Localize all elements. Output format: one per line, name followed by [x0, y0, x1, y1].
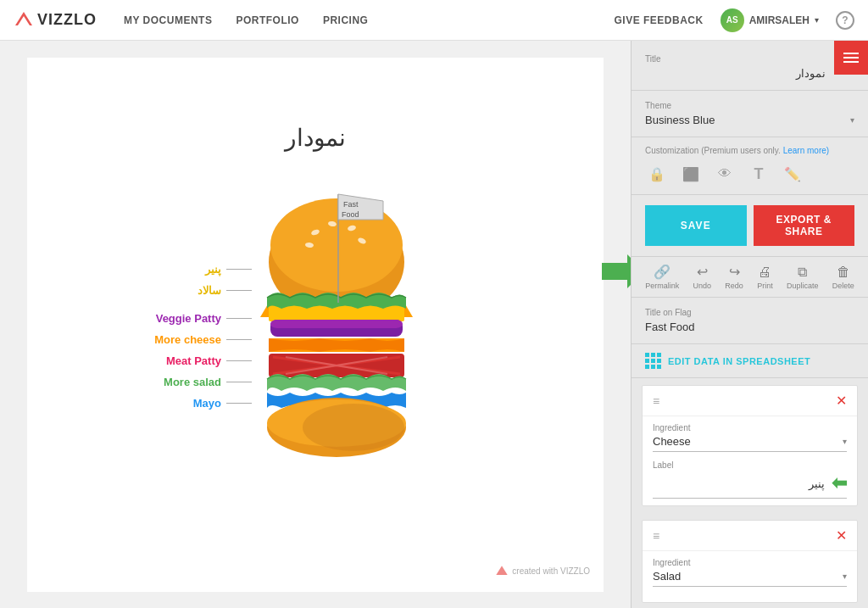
title-section: Title نمودار — [632, 44, 868, 91]
chart-title: نمودار — [285, 124, 346, 152]
grid-dot-3 — [657, 353, 661, 357]
grid-dot-2 — [651, 353, 655, 357]
image-icon[interactable]: ⬛ — [679, 162, 703, 186]
brand-name: VIZZLO — [37, 11, 97, 29]
label-text-more-cheese: More cheese — [154, 333, 221, 346]
svg-marker-24 — [602, 254, 631, 288]
grid-dot-9 — [657, 365, 661, 369]
watermark: created with VIZZLO — [495, 565, 590, 578]
navbar: VIZZLO MY DOCUMENTS PORTFOLIO PRICING GI… — [0, 0, 868, 41]
drag-handle-2[interactable]: ≡ — [653, 529, 659, 543]
eye-icon[interactable]: 👁 — [713, 162, 737, 186]
hamburger-icon — [843, 53, 859, 63]
watermark-icon — [495, 565, 509, 578]
pen-icon[interactable]: ✏️ — [781, 162, 804, 186]
user-menu[interactable]: AS AMIRSALEH ▾ — [721, 8, 819, 32]
ingredient-value-2: Salad — [653, 570, 681, 583]
chart-container: پنیر سالاد Veggie Patty More cheese — [70, 169, 561, 525]
nav-my-documents[interactable]: MY DOCUMENTS — [124, 14, 212, 26]
nav-portfolio[interactable]: PORTFOLIO — [236, 14, 299, 26]
permalink-icon: 🔗 — [654, 264, 670, 280]
drag-handle-1[interactable]: ≡ — [653, 394, 659, 408]
svg-marker-23 — [497, 566, 508, 575]
label-text-meat-patty: Meat Patty — [166, 354, 221, 367]
ingredient-field-1[interactable]: Cheese ▾ — [653, 435, 847, 452]
redo-icon: ↪ — [729, 264, 740, 280]
svg-point-18 — [303, 404, 404, 451]
toolbar-print[interactable]: 🖨 Print — [757, 265, 773, 290]
hamburger-line-3 — [843, 61, 859, 63]
vizzlo-logo-icon — [14, 10, 34, 31]
learn-more-link[interactable]: Learn more) — [783, 146, 829, 155]
label-mayo: Mayo — [95, 397, 252, 410]
theme-dropdown-icon[interactable]: ▾ — [850, 115, 854, 125]
watermark-text: created with VIZZLO — [512, 566, 590, 576]
help-button[interactable]: ? — [836, 11, 854, 30]
burger-illustration: Fast Food — [252, 177, 421, 494]
nav-pricing[interactable]: PRICING — [323, 14, 369, 26]
username: AMIRSALEH — [749, 14, 810, 26]
svg-text:Fast: Fast — [343, 200, 359, 209]
data-card-2-body: Ingredient Salad ▾ — [643, 551, 857, 602]
main-layout: نمودار پنیر سالاد Veggie Patty — [0, 41, 868, 608]
label-pnir: پنیر — [95, 263, 252, 276]
ingredient-dropdown-1[interactable]: ▾ — [843, 437, 847, 446]
label-text-salad: سالاد — [198, 284, 221, 297]
action-section: SAVE EXPORT & SHARE — [632, 195, 868, 257]
grid-dot-5 — [651, 359, 655, 363]
theme-label: Theme — [645, 101, 854, 110]
edit-data-label: EDIT DATA IN SPREADSHEET — [668, 356, 810, 366]
customization-text: Customization (Premium users only. — [645, 146, 781, 155]
toolbar-permalink[interactable]: 🔗 Permalink — [645, 264, 679, 290]
save-button[interactable]: SAVE — [645, 205, 747, 246]
nav-right: GIVE FEEDBACK AS AMIRSALEH ▾ ? — [614, 8, 854, 32]
export-button[interactable]: EXPORT & SHARE — [754, 205, 855, 246]
nav-links: MY DOCUMENTS PORTFOLIO PRICING — [124, 14, 614, 26]
customization-section: Customization (Premium users only. Learn… — [632, 137, 868, 195]
card-2-close-button[interactable]: ✕ — [836, 527, 847, 544]
label-label-1: Label — [653, 460, 847, 470]
label-line-2 — [226, 318, 252, 319]
toolbar-undo[interactable]: ↩ Undo — [693, 264, 711, 290]
delete-label: Delete — [832, 282, 854, 290]
undo-label: Undo — [693, 282, 711, 290]
toolbar-redo[interactable]: ↪ Redo — [725, 264, 743, 290]
toolbar-duplicate[interactable]: ⧉ Duplicate — [787, 265, 819, 290]
edit-data-section: EDIT DATA IN SPREADSHEET — [632, 344, 868, 378]
ingredient-dropdown-2[interactable]: ▾ — [843, 572, 847, 581]
grid-dot-4 — [645, 359, 649, 363]
label-meat-patty: Meat Patty — [95, 354, 252, 367]
grid-dot-1 — [645, 353, 649, 357]
theme-section: Theme Business Blue ▾ — [632, 91, 868, 137]
label-text-mayo: Mayo — [193, 397, 221, 410]
edit-data-button[interactable]: EDIT DATA IN SPREADSHEET — [645, 353, 854, 369]
toolbar-delete[interactable]: 🗑 Delete — [832, 265, 854, 290]
ingredient-field-2[interactable]: Salad ▾ — [653, 570, 847, 587]
title-flag-value: Fast Food — [645, 321, 854, 333]
menu-button[interactable] — [834, 41, 868, 75]
card-1-close-button[interactable]: ✕ — [836, 393, 847, 409]
ingredient-label-1: Ingredient — [653, 423, 847, 432]
label-text-pnir: پنیر — [205, 263, 221, 276]
right-panel: Title نمودار Theme Business Blue ▾ Custo… — [631, 41, 868, 608]
duplicate-label: Duplicate — [787, 282, 819, 290]
data-card-1: ≡ ✕ Ingredient Cheese ▾ Label پنیر ⬅ — [642, 385, 858, 506]
grid-dot-8 — [651, 365, 655, 369]
data-card-1-body: Ingredient Cheese ▾ Label پنیر ⬅ — [643, 416, 857, 505]
title-flag-section: Title on Flag Fast Food — [632, 298, 868, 344]
lock-icon[interactable]: 🔒 — [645, 162, 669, 186]
svg-rect-13 — [270, 320, 403, 328]
text-icon[interactable]: T — [747, 162, 771, 186]
brand-logo[interactable]: VIZZLO — [14, 10, 97, 31]
label-value-1: پنیر — [653, 477, 825, 490]
customization-label: Customization (Premium users only. Learn… — [645, 146, 854, 155]
feedback-link[interactable]: GIVE FEEDBACK — [614, 14, 703, 26]
label-green-arrow-icon: ⬅ — [832, 472, 847, 494]
canvas-white: نمودار پنیر سالاد Veggie Patty — [27, 58, 604, 592]
undo-icon: ↩ — [697, 264, 708, 280]
label-line-1 — [226, 290, 252, 291]
svg-text:Food: Food — [342, 210, 359, 219]
print-label: Print — [757, 282, 773, 290]
ingredient-label-2: Ingredient — [653, 558, 847, 567]
hamburger-line-2 — [843, 57, 859, 59]
